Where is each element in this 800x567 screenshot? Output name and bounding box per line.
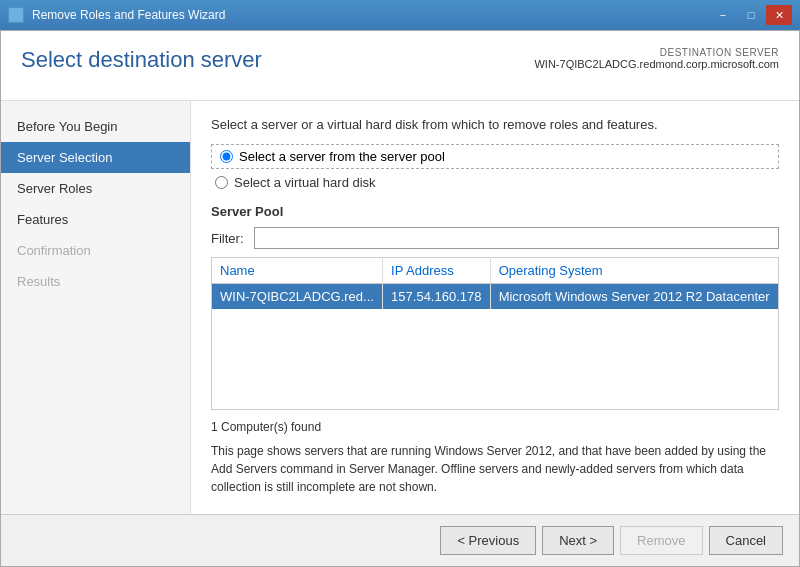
radio-server-pool[interactable]: [220, 150, 233, 163]
remove-button[interactable]: Remove: [620, 526, 702, 555]
table-row-empty-3: [212, 349, 779, 369]
cancel-button[interactable]: Cancel: [709, 526, 783, 555]
filter-row: Filter:: [211, 227, 779, 249]
filter-label: Filter:: [211, 231, 246, 246]
radio-vhd[interactable]: [215, 176, 228, 189]
footer: < Previous Next > Remove Cancel: [1, 514, 799, 566]
main-content: Select a server or a virtual hard disk f…: [191, 101, 799, 514]
sidebar-item-server-roles[interactable]: Server Roles: [1, 173, 190, 204]
minimize-button[interactable]: −: [710, 5, 736, 25]
title-bar-left: Remove Roles and Features Wizard: [8, 7, 225, 23]
radio-group: Select a server from the server pool Sel…: [211, 144, 779, 190]
col-name[interactable]: Name: [212, 258, 383, 284]
col-ip[interactable]: IP Address: [383, 258, 491, 284]
next-button[interactable]: Next >: [542, 526, 614, 555]
sidebar-item-before-you-begin[interactable]: Before You Begin: [1, 111, 190, 142]
server-pool-title: Server Pool: [211, 204, 779, 219]
radio-option-server-pool[interactable]: Select a server from the server pool: [211, 144, 779, 169]
count-text: 1 Computer(s) found: [211, 420, 779, 434]
sidebar-item-features[interactable]: Features: [1, 204, 190, 235]
col-os[interactable]: Operating System: [490, 258, 778, 284]
title-bar-controls: − □ ✕: [710, 5, 792, 25]
filter-input[interactable]: [254, 227, 779, 249]
close-button[interactable]: ✕: [766, 5, 792, 25]
radio-option-vhd[interactable]: Select a virtual hard disk: [211, 175, 779, 190]
cell-ip: 157.54.160.178: [383, 284, 491, 310]
server-label: DESTINATION SERVER: [534, 47, 779, 58]
server-info: DESTINATION SERVER WIN-7QIBC2LADCG.redmo…: [534, 47, 779, 70]
table-header-row: Name IP Address Operating System: [212, 258, 779, 284]
restore-button[interactable]: □: [738, 5, 764, 25]
title-bar: Remove Roles and Features Wizard − □ ✕: [0, 0, 800, 30]
cell-os: Microsoft Windows Server 2012 R2 Datacen…: [490, 284, 778, 310]
page-title: Select destination server: [21, 47, 262, 73]
sidebar: Before You Begin Server Selection Server…: [1, 101, 191, 514]
sidebar-item-confirmation: Confirmation: [1, 235, 190, 266]
table-row-empty-2: [212, 329, 779, 349]
wizard-icon: [8, 7, 24, 23]
content-area: Before You Begin Server Selection Server…: [1, 101, 799, 514]
sidebar-item-server-selection[interactable]: Server Selection: [1, 142, 190, 173]
info-text: This page shows servers that are running…: [211, 442, 779, 496]
main-window: Select destination server DESTINATION SE…: [0, 30, 800, 567]
header: Select destination server DESTINATION SE…: [1, 31, 799, 101]
server-name: WIN-7QIBC2LADCG.redmond.corp.microsoft.c…: [534, 58, 779, 70]
sidebar-item-results: Results: [1, 266, 190, 297]
radio-server-pool-label[interactable]: Select a server from the server pool: [239, 149, 445, 164]
table-row[interactable]: WIN-7QIBC2LADCG.red... 157.54.160.178 Mi…: [212, 284, 779, 310]
radio-vhd-label[interactable]: Select a virtual hard disk: [234, 175, 376, 190]
previous-button[interactable]: < Previous: [440, 526, 536, 555]
table-row-empty-1: [212, 309, 779, 329]
cell-name: WIN-7QIBC2LADCG.red...: [212, 284, 383, 310]
title-bar-title: Remove Roles and Features Wizard: [32, 8, 225, 22]
description-text: Select a server or a virtual hard disk f…: [211, 117, 779, 132]
table-row-empty-4: [212, 369, 779, 389]
server-table: Name IP Address Operating System WIN-7QI…: [211, 257, 779, 410]
table-row-empty-5: [212, 389, 779, 409]
